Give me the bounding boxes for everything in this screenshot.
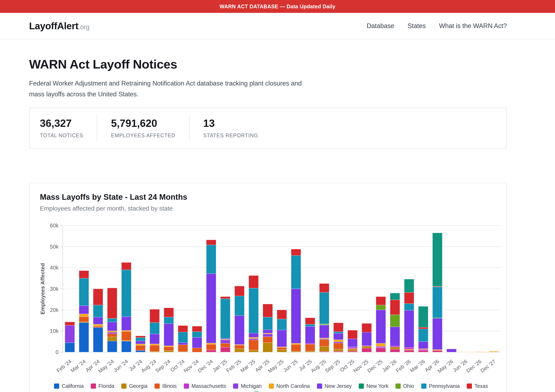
bar-month-dec-24 xyxy=(206,240,216,352)
x-tick-label: Feb '25 xyxy=(225,358,242,374)
bar-segment-michigan xyxy=(107,332,117,334)
x-tick-label: Mar '25 xyxy=(239,358,256,374)
bar-segment-north-carolina xyxy=(263,333,272,334)
x-tick-label: Sep '24 xyxy=(154,358,172,374)
bar-segment-texas xyxy=(206,240,216,245)
bar-segment-illinois xyxy=(122,332,131,341)
x-tick-label: Dec '26 xyxy=(465,358,482,374)
legend-item-massachusetts[interactable]: Massachusetts xyxy=(184,383,226,389)
bar-segment-massachusetts xyxy=(348,348,358,348)
legend-label: Florida xyxy=(98,383,114,389)
bar-segment-new-jersey xyxy=(348,339,358,347)
x-tick-label: Jun '24 xyxy=(112,358,129,373)
x-tick-label: Jan '25 xyxy=(212,358,228,373)
legend-swatch-illinois xyxy=(154,384,160,389)
site-logo[interactable]: LayoffAlert.org xyxy=(29,20,89,32)
main-content: WARN Act Layoff Notices Federal Worker A… xyxy=(0,57,507,392)
bar-segment-texas xyxy=(348,330,358,339)
site-logo-text: LayoffAlert xyxy=(29,21,78,31)
legend-item-north-carolina[interactable]: North Carolina xyxy=(269,383,310,389)
legend-item-texas[interactable]: Texas xyxy=(467,383,488,389)
legend-item-new-york[interactable]: New York xyxy=(359,383,388,389)
bar-segment-michigan xyxy=(263,334,272,337)
bar-segment-north-carolina xyxy=(107,331,117,332)
x-tick-label: Aug '24 xyxy=(140,358,157,374)
nav-link-states[interactable]: States xyxy=(408,22,426,30)
bar-segment-florida xyxy=(404,350,414,352)
bar-segment-florida xyxy=(376,348,386,352)
bar-segment-new-jersey xyxy=(206,274,216,343)
bar-segment-illinois xyxy=(136,346,145,350)
bar-segment-michigan xyxy=(348,347,358,348)
stacked-bar-chart: 010k20k30k40k50k60kEmployees AffectedFeb… xyxy=(40,216,502,382)
bar-segment-illinois xyxy=(277,348,287,350)
bar-segment-massachusetts xyxy=(418,349,428,350)
bar-segment-florida xyxy=(432,350,442,352)
bar-segment-texas xyxy=(432,286,442,287)
bar-month-may-24 xyxy=(107,288,117,352)
chart-legend: CaliforniaFloridaGeorgiaIllinoisMassachu… xyxy=(40,383,502,392)
bar-month-oct-24 xyxy=(178,326,188,352)
bar-segment-new-jersey xyxy=(320,325,329,338)
stat-label: TOTAL NOTICES xyxy=(40,132,83,138)
bar-segment-new-jersey xyxy=(418,341,428,349)
bar-segment-pennsylvania xyxy=(234,296,244,316)
y-tick-label: 0 xyxy=(56,349,58,355)
bar-segment-georgia xyxy=(79,322,89,323)
legend-swatch-georgia xyxy=(121,384,126,389)
x-tick-label: Aug '25 xyxy=(310,358,327,374)
bar-segment-michigan xyxy=(376,347,386,347)
bar-segment-washington xyxy=(418,306,428,327)
stat-employees-affected: 5,791,620 EMPLOYEES AFFECTED xyxy=(97,115,189,141)
nav-link-database[interactable]: Database xyxy=(367,22,394,30)
bar-segment-michigan xyxy=(334,342,343,343)
legend-label: California xyxy=(62,383,84,389)
legend-item-michigan[interactable]: Michigan xyxy=(233,383,262,389)
bar-segment-pennsylvania xyxy=(305,324,315,327)
bar-segment-georgia xyxy=(263,343,272,352)
y-tick-label: 10k xyxy=(50,328,59,334)
legend-label: New Jersey xyxy=(325,383,352,389)
bar-segment-pennsylvania xyxy=(178,332,188,343)
bar-segment-pennsylvania xyxy=(263,317,272,330)
bar-segment-massachusetts xyxy=(362,346,372,346)
legend-item-washington[interactable]: Washington xyxy=(254,391,289,392)
legend-item-florida[interactable]: Florida xyxy=(91,383,114,389)
nav-link-what-is-the-warn-act[interactable]: What is the WARN Act? xyxy=(439,22,507,30)
bar-month-apr-26 xyxy=(432,233,442,352)
bar-segment-illinois xyxy=(164,347,174,351)
bar-segment-florida xyxy=(320,351,329,352)
legend-item-georgia[interactable]: Georgia xyxy=(121,383,147,389)
bar-segment-north-carolina xyxy=(334,340,343,342)
bar-segment-georgia xyxy=(404,350,414,350)
bar-segment-north-carolina xyxy=(418,349,428,349)
bar-segment-illinois xyxy=(263,337,272,343)
bar-month-feb-26 xyxy=(404,279,414,352)
bar-segment-north-carolina xyxy=(277,347,287,348)
legend-item-california[interactable]: California xyxy=(54,383,84,389)
bar-segment-new-jersey xyxy=(150,334,160,344)
bar-segment-ohio xyxy=(320,324,329,325)
bar-segment-texas xyxy=(320,284,329,292)
bar-segment-georgia xyxy=(164,351,174,352)
bar-segment-new-jersey xyxy=(249,333,258,337)
bar-segment-north-carolina xyxy=(220,339,230,340)
bar-segment-new-jersey xyxy=(446,349,456,352)
legend-item-illinois[interactable]: Illinois xyxy=(154,383,176,389)
bar-segment-florida xyxy=(334,351,343,352)
bar-segment-new-jersey xyxy=(362,332,372,346)
legend-label: Texas xyxy=(475,383,488,389)
bar-segment-florida xyxy=(418,350,428,352)
legend-item-new-jersey[interactable]: New Jersey xyxy=(317,383,352,389)
legend-label: North Carolina xyxy=(277,383,310,389)
legend-item-ohio[interactable]: Ohio xyxy=(395,383,414,389)
y-tick-label: 30k xyxy=(50,286,59,292)
y-axis-title: Employees Affected xyxy=(40,263,46,315)
page-title: WARN Act Layoff Notices xyxy=(29,57,507,72)
x-tick-label: Jun '25 xyxy=(282,358,299,373)
bar-month-apr-25 xyxy=(263,304,272,352)
bar-segment-illinois xyxy=(192,348,202,352)
legend-label: Michigan xyxy=(241,383,262,389)
legend-item-pennsylvania[interactable]: Pennsylvania xyxy=(421,383,460,389)
y-tick-label: 40k xyxy=(50,265,59,271)
